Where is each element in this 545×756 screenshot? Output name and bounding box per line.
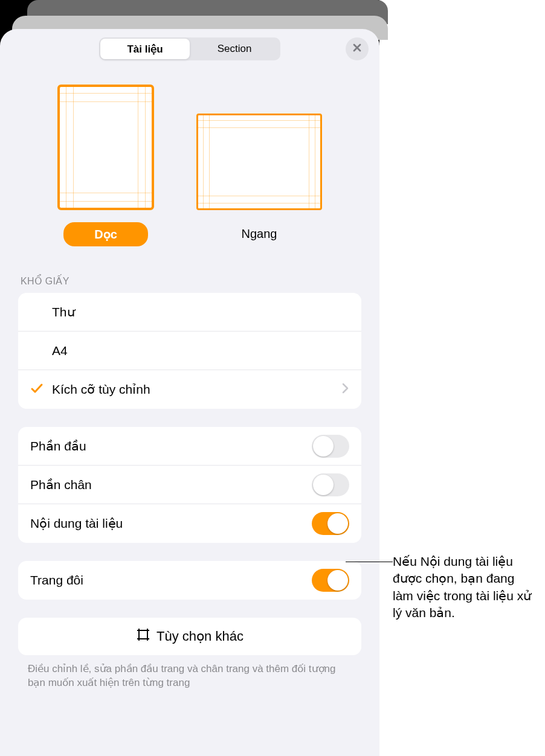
footers-switch[interactable]: [312, 473, 349, 496]
toggle-headers-row: Phần đầu: [18, 427, 361, 466]
document-settings-panel: Tài liệu Section Dọc: [0, 29, 379, 756]
segmented-control: Tài liệu Section: [99, 37, 280, 60]
orientation-landscape[interactable]: Ngang: [196, 85, 322, 246]
headers-switch[interactable]: [312, 435, 349, 458]
row-label: Phần đầu: [30, 439, 312, 453]
paper-size-custom[interactable]: Kích cỡ tùy chỉnh: [18, 370, 361, 409]
portrait-label: Dọc: [63, 222, 148, 246]
row-label: Kích cỡ tùy chỉnh: [52, 382, 342, 397]
crop-icon: [136, 627, 150, 645]
button-label: Tùy chọn khác: [156, 629, 243, 644]
toggle-facing-pages-row: Trang đôi: [18, 561, 361, 600]
facing-pages-group: Trang đôi: [18, 561, 361, 600]
callout-connector: [346, 562, 393, 562]
facing-pages-switch[interactable]: [312, 569, 349, 592]
paper-size-group: Thư A4 Kích cỡ tùy chỉnh: [18, 293, 361, 409]
callout-text: Nếu Nội dung tài liệu được chọn, bạn đan…: [393, 553, 532, 621]
paper-size-header: KHỔ GIẤY: [0, 252, 379, 293]
checkmark-icon: [30, 382, 44, 398]
row-label: A4: [52, 344, 349, 358]
footer-description: Điều chỉnh lề, sửa phần đầu trang và châ…: [0, 662, 379, 690]
close-button[interactable]: [346, 37, 369, 60]
orientation-picker: Dọc Ngang: [0, 66, 379, 252]
toggle-footers-row: Phần chân: [18, 466, 361, 504]
more-options-button[interactable]: Tùy chọn khác: [18, 618, 361, 655]
orientation-portrait[interactable]: Dọc: [57, 85, 154, 246]
close-icon: [352, 43, 362, 55]
portrait-thumbnail: [57, 85, 154, 210]
landscape-thumbnail: [196, 114, 322, 210]
row-label: Nội dung tài liệu: [30, 516, 312, 531]
svg-rect-0: [139, 630, 147, 639]
landscape-label: Ngang: [217, 222, 302, 246]
row-label: Phần chân: [30, 478, 312, 492]
headers-footers-group: Phần đầu Phần chân Nội dung tài liệu: [18, 427, 361, 543]
chevron-right-icon: [342, 382, 349, 397]
row-label: Thư: [52, 305, 349, 319]
document-body-switch[interactable]: [312, 512, 349, 535]
row-label: Trang đôi: [30, 573, 312, 588]
tab-section[interactable]: Section: [190, 39, 279, 59]
toggle-document-body-row: Nội dung tài liệu: [18, 504, 361, 543]
panel-header: Tài liệu Section: [0, 29, 379, 66]
paper-size-a4[interactable]: A4: [18, 332, 361, 370]
paper-size-letter[interactable]: Thư: [18, 293, 361, 332]
tab-document[interactable]: Tài liệu: [100, 39, 190, 59]
